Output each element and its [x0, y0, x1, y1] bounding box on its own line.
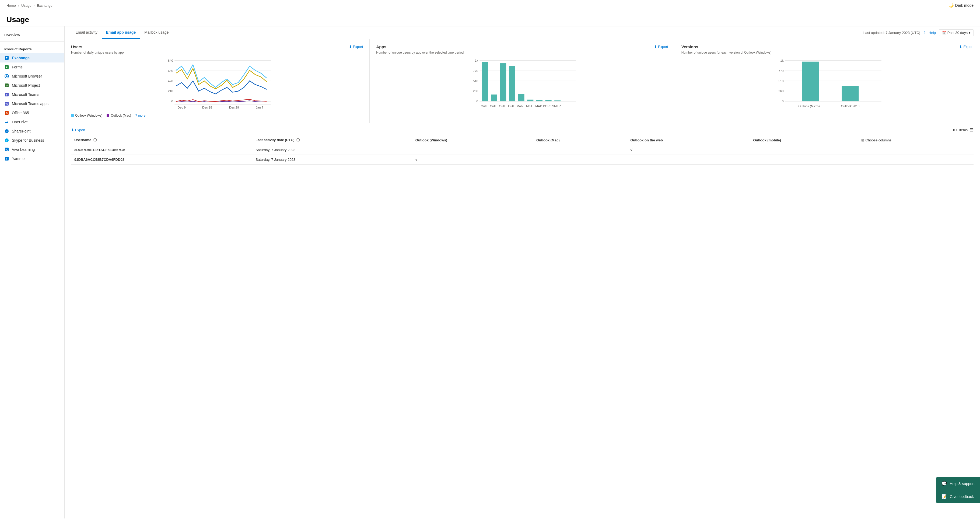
table-export-button[interactable]: ⬇ Export [71, 128, 85, 132]
versions-chart-header: Versions ⬇ Export [681, 45, 974, 49]
users-chart-area: 840 630 420 210 0 [71, 57, 363, 111]
activity-info-icon: ⓘ [296, 138, 300, 142]
sidebar-item-microsoft-teams[interactable]: T Microsoft Teams [0, 90, 64, 99]
help-support-button[interactable]: 💬 Help & support [936, 477, 980, 490]
columns-icon: ⊞ [861, 138, 864, 142]
versions-export-button[interactable]: ⬇ Export [959, 45, 974, 49]
sharepoint-icon: S [4, 129, 9, 134]
sidebar-item-forms[interactable]: F Forms [0, 62, 64, 72]
sidebar-item-microsoft-browser[interactable]: Microsoft Browser [0, 72, 64, 81]
sidebar-overview[interactable]: Overview [0, 31, 64, 39]
svg-text:Outl...: Outl... [481, 105, 489, 108]
sidebar-item-teams-apps[interactable]: TA Microsoft Teams apps [0, 99, 64, 108]
svg-text:510: 510 [778, 80, 783, 83]
sidebar-item-office365[interactable]: O Office 365 [0, 108, 64, 118]
svg-text:770: 770 [778, 69, 783, 72]
svg-text:S: S [6, 130, 8, 133]
svg-text:260: 260 [473, 89, 478, 92]
give-feedback-button[interactable]: 📝 Give feedback [936, 490, 980, 503]
period-selector[interactable]: 📅 Past 30 days ▾ [939, 29, 974, 36]
svg-text:VL: VL [6, 149, 8, 151]
cell-web-1: √ [627, 145, 750, 155]
apps-export-button[interactable]: ⬇ Export [654, 45, 668, 49]
col-outlook-mac: Outlook (Mac) [533, 136, 627, 145]
sidebar-item-yammer[interactable]: Y Yammer [0, 154, 64, 163]
svg-text:S: S [6, 140, 8, 142]
sidebar-item-viva-learning[interactable]: VL Viva Learning [0, 145, 64, 154]
svg-rect-54 [546, 100, 552, 101]
svg-text:1k: 1k [475, 59, 478, 62]
last-updated: Last updated: 7 January 2023 (UTC) [864, 31, 920, 35]
svg-text:E: E [6, 57, 8, 59]
layout: Overview Product Reports E Exchange F Fo… [0, 26, 980, 519]
users-export-button[interactable]: ⬇ Export [349, 45, 363, 49]
outlook-mac-color [107, 114, 109, 117]
download-icon-table: ⬇ [71, 128, 74, 132]
svg-text:210: 210 [168, 89, 173, 92]
tab-email-activity[interactable]: Email activity [71, 26, 102, 39]
chevron-down-icon: ▾ [969, 31, 970, 35]
tab-mailbox-usage[interactable]: Mailbox usage [140, 26, 173, 39]
col-username: Username ⓘ [71, 136, 252, 145]
floating-panel: 💬 Help & support 📝 Give feedback [936, 477, 980, 503]
dark-mode-button[interactable]: 🌙 Dark mode [949, 3, 974, 8]
apps-chart-header: Apps ⬇ Export [376, 45, 668, 49]
table-section: ⬇ Export 100 items ☰ Username ⓘ [65, 123, 980, 169]
sidebar-item-yammer-label: Yammer [12, 156, 26, 161]
breadcrumb: Home › Usage › Exchange [6, 3, 52, 8]
cell-activity-1: Saturday, 7 January 2023 [252, 145, 412, 155]
sidebar-item-exchange-label: Exchange [12, 56, 30, 60]
tabs-bar: Email activity Email app usage Mailbox u… [65, 26, 980, 39]
svg-rect-51 [518, 94, 525, 101]
yammer-icon: Y [4, 156, 9, 161]
table-row: 3DC67DAE1351ACF5E3B57CB Saturday, 7 Janu… [71, 145, 974, 155]
svg-text:Dec 29: Dec 29 [229, 106, 239, 109]
svg-text:0: 0 [477, 100, 478, 103]
outlook-windows-color [71, 114, 74, 117]
tabs-meta: Last updated: 7 January 2023 (UTC) ? Hel… [864, 29, 974, 36]
users-chart-title: Users [71, 45, 83, 49]
svg-text:840: 840 [168, 59, 173, 62]
sidebar-item-exchange[interactable]: E Exchange [0, 53, 64, 62]
sidebar-item-microsoft-project[interactable]: P Microsoft Project [0, 81, 64, 90]
dark-mode-label: Dark mode [955, 3, 974, 8]
apps-chart-area: 1k 770 510 260 0 [376, 57, 668, 111]
svg-text:Mobi...: Mobi... [517, 105, 526, 108]
list-icon[interactable]: ☰ [970, 127, 974, 132]
versions-chart-svg: 1k 770 510 260 0 Outlook (Micros... Outl… [681, 57, 974, 111]
cell-windows-1 [412, 145, 533, 155]
charts-section: Users ⬇ Export Number of daily unique us… [65, 39, 980, 123]
breadcrumb-home[interactable]: Home [6, 3, 16, 8]
col-outlook-mobile: Outlook (mobile) [750, 136, 858, 145]
svg-text:Dec 9: Dec 9 [177, 106, 186, 109]
sidebar-item-skype[interactable]: S Skype for Business [0, 136, 64, 145]
svg-text:1k: 1k [780, 59, 783, 62]
versions-chart-subtitle: Number of unique users for each version … [681, 51, 974, 54]
data-table: Username ⓘ Last activity date (UTC) ⓘ Ou… [71, 136, 974, 164]
sidebar-item-teams-label: Microsoft Teams [12, 92, 39, 97]
svg-text:510: 510 [473, 80, 478, 83]
svg-rect-47 [482, 62, 488, 101]
tab-email-app-usage[interactable]: Email app usage [102, 26, 140, 39]
choose-columns-button[interactable]: ⊞ Choose columns [861, 138, 891, 142]
svg-rect-49 [500, 63, 506, 101]
svg-text:TA: TA [6, 103, 8, 105]
svg-text:P: P [6, 84, 8, 87]
users-chart-subtitle: Number of daily unique users by app [71, 51, 363, 54]
svg-rect-52 [527, 100, 533, 101]
breadcrumb-usage[interactable]: Usage [21, 3, 32, 8]
col-choose-columns: ⊞ Choose columns [858, 136, 974, 145]
svg-text:Dec 18: Dec 18 [202, 106, 212, 109]
svg-rect-75 [802, 62, 819, 101]
breadcrumb-sep2: › [33, 3, 35, 8]
sidebar-item-sharepoint[interactable]: S SharePoint [0, 127, 64, 136]
sidebar-item-onedrive[interactable]: OneDrive [0, 118, 64, 127]
sidebar-item-browser-label: Microsoft Browser [12, 74, 42, 78]
cell-windows-2: √ [412, 155, 533, 164]
legend-more-link[interactable]: 7 more [135, 114, 145, 118]
sidebar-item-project-label: Microsoft Project [12, 83, 40, 88]
help-link[interactable]: Help [929, 31, 936, 35]
period-label: Past 30 days [947, 31, 967, 35]
svg-text:Jan 7: Jan 7 [256, 106, 263, 109]
breadcrumb-exchange: Exchange [37, 3, 52, 8]
